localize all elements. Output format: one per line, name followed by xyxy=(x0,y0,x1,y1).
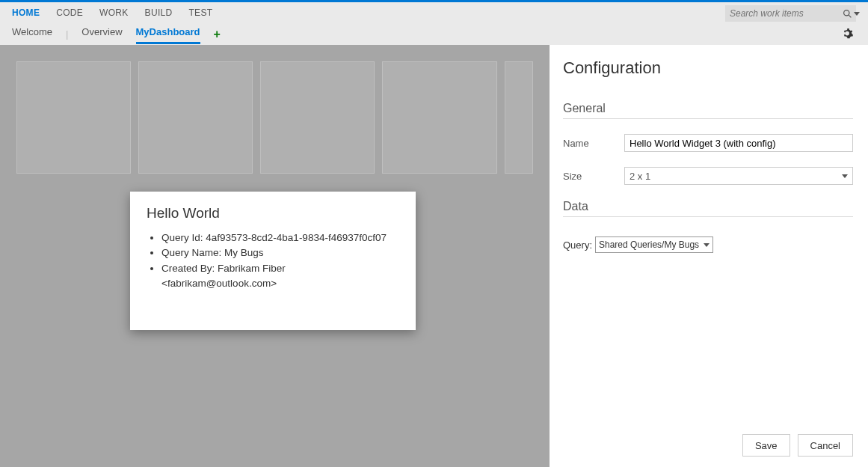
config-panel-title: Configuration xyxy=(563,58,853,78)
nav-build[interactable]: BUILD xyxy=(145,7,173,18)
size-field-row: Size 2 x 1 xyxy=(563,167,853,185)
widget-details-list: Query Id: 4af93573-8cd2-4ba1-9834-f46937… xyxy=(147,231,399,291)
placeholder-tile xyxy=(138,61,253,174)
query-field-row: Query: Shared Queries/My Bugs xyxy=(563,236,853,253)
cancel-button[interactable]: Cancel xyxy=(798,434,853,457)
save-button[interactable]: Save xyxy=(742,434,790,457)
query-select-value: Shared Queries/My Bugs xyxy=(599,239,699,250)
query-select[interactable]: Shared Queries/My Bugs xyxy=(595,236,713,253)
config-panel-footer: Save Cancel xyxy=(563,425,853,457)
size-label: Size xyxy=(563,171,624,182)
configuration-panel: Configuration General Name Size 2 x 1 Da… xyxy=(550,45,868,467)
dashboard-area: Hello World Query Id: 4af93573-8cd2-4ba1… xyxy=(0,45,550,467)
secondary-nav: Welcome | Overview MyDashboard + xyxy=(0,23,868,45)
search-icon[interactable] xyxy=(843,9,860,19)
placeholder-tile xyxy=(382,61,496,174)
chevron-down-icon xyxy=(704,243,710,247)
widget-detail-item: Query Name: My Bugs xyxy=(161,245,399,260)
widget-title: Hello World xyxy=(147,205,399,222)
placeholder-tile xyxy=(16,61,131,174)
chevron-down-icon xyxy=(842,174,848,178)
nav-home[interactable]: HOME xyxy=(12,7,40,18)
subnav-welcome[interactable]: Welcome xyxy=(12,26,52,42)
widget-detail-item: Created By: Fabrikam Fiber <fabrikam@out… xyxy=(161,261,399,292)
svg-point-0 xyxy=(844,10,849,15)
search-box[interactable] xyxy=(725,5,856,22)
name-input[interactable] xyxy=(624,134,853,152)
size-select[interactable]: 2 x 1 xyxy=(624,167,853,185)
section-general-header: General xyxy=(563,102,853,119)
widget-detail-item: Query Id: 4af93573-8cd2-4ba1-9834-f46937… xyxy=(161,231,399,245)
subnav-overview[interactable]: Overview xyxy=(81,26,122,42)
query-label: Query: xyxy=(563,239,592,251)
hello-world-widget[interactable]: Hello World Query Id: 4af93573-8cd2-4ba1… xyxy=(130,192,416,330)
placeholder-row xyxy=(16,61,533,174)
main-content: Hello World Query Id: 4af93573-8cd2-4ba1… xyxy=(0,45,868,467)
subnav-mydashboard[interactable]: MyDashboard xyxy=(136,26,200,44)
subnav-separator: | xyxy=(66,28,68,40)
placeholder-tile xyxy=(505,61,533,174)
top-bar: HOME CODE WORK BUILD TEST Welcome | Over… xyxy=(0,2,868,45)
name-label: Name xyxy=(563,138,624,149)
add-tab-button[interactable]: + xyxy=(214,28,221,41)
name-field-row: Name xyxy=(563,134,853,152)
nav-work[interactable]: WORK xyxy=(99,7,129,18)
section-data-header: Data xyxy=(563,200,853,217)
nav-code[interactable]: CODE xyxy=(56,7,83,18)
size-select-value: 2 x 1 xyxy=(630,171,650,182)
search-input[interactable] xyxy=(730,8,843,19)
svg-line-1 xyxy=(849,15,851,17)
placeholder-tile xyxy=(260,61,375,174)
settings-gear-icon[interactable] xyxy=(843,28,855,42)
primary-nav: HOME CODE WORK BUILD TEST xyxy=(0,2,868,23)
nav-test[interactable]: TEST xyxy=(188,7,212,18)
search-caret-icon xyxy=(854,12,860,16)
